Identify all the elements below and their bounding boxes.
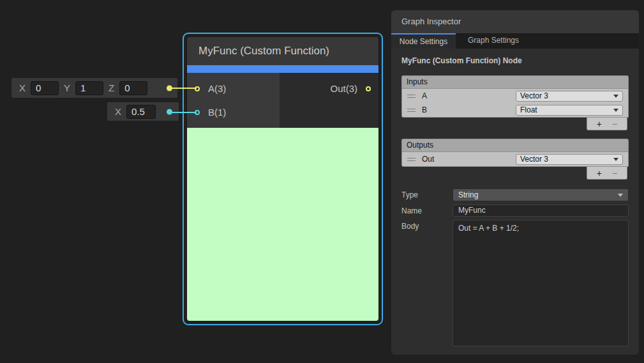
outputs-list-footer: + − bbox=[587, 167, 627, 180]
inspector-title[interactable]: Graph Inspector bbox=[391, 10, 639, 33]
node-input-ports: A(3) B(1) bbox=[187, 73, 280, 128]
outputs-add-button[interactable]: + bbox=[597, 169, 602, 178]
input-a-name: A bbox=[422, 91, 427, 100]
output-out-name: Out bbox=[422, 155, 434, 164]
drag-handle-icon[interactable] bbox=[407, 109, 416, 112]
dropdown-arrow-icon bbox=[618, 194, 623, 197]
input-a-type-value: Vector 3 bbox=[520, 91, 548, 100]
node-selection-outline: MyFunc (Custom Function) A(3) B(1) Out(3… bbox=[183, 33, 383, 325]
input-b-type-dropdown[interactable]: Float bbox=[516, 105, 623, 116]
type-label: Type bbox=[401, 189, 453, 199]
spacer bbox=[401, 130, 629, 139]
vector3-input-widget: X 0 Y 1 Z 0 bbox=[11, 78, 177, 98]
float-x-field[interactable]: 0.5 bbox=[126, 105, 156, 119]
port-out-icon[interactable] bbox=[366, 86, 371, 91]
list-item[interactable]: A Vector 3 bbox=[402, 89, 628, 103]
outputs-list-rows: Out Vector 3 bbox=[401, 151, 629, 167]
outputs-list: Outputs Out Vector 3 + − bbox=[401, 139, 629, 180]
drag-handle-icon[interactable] bbox=[407, 95, 416, 98]
name-field[interactable]: MyFunc bbox=[453, 205, 629, 217]
port-out-label: Out(3) bbox=[330, 83, 357, 94]
inputs-list-header: Inputs bbox=[401, 75, 629, 88]
output-out-type-dropdown[interactable]: Vector 3 bbox=[516, 154, 623, 165]
vector3-z-label: Z bbox=[109, 82, 114, 93]
outputs-list-header: Outputs bbox=[401, 139, 629, 151]
node-category-colorbar bbox=[187, 65, 378, 73]
node-output-ports: Out(3) bbox=[280, 73, 378, 128]
name-property-row: Name MyFunc bbox=[401, 205, 629, 217]
tab-node-settings[interactable]: Node Settings bbox=[391, 33, 456, 49]
inputs-list-footer: + − bbox=[587, 118, 627, 130]
inputs-remove-button[interactable]: − bbox=[612, 120, 617, 128]
edge-wire-float-to-b[interactable] bbox=[167, 112, 197, 113]
inputs-list-rows: A Vector 3 B Float bbox=[401, 88, 629, 118]
body-property-row: Body Out = A + B + 1/2; bbox=[401, 220, 629, 346]
inputs-list: Inputs A Vector 3 B Float bbox=[401, 75, 629, 130]
inputs-list-footer-area: + − bbox=[401, 118, 629, 130]
drag-handle-icon[interactable] bbox=[407, 158, 416, 161]
vector3-x-field[interactable]: 0 bbox=[31, 81, 59, 95]
name-label: Name bbox=[401, 205, 453, 215]
outputs-remove-button[interactable]: − bbox=[612, 169, 617, 178]
input-b-name: B bbox=[422, 105, 427, 114]
input-a-type-dropdown[interactable]: Vector 3 bbox=[516, 91, 623, 102]
dropdown-arrow-icon bbox=[613, 109, 618, 112]
outputs-list-footer-area: + − bbox=[401, 167, 629, 180]
input-b-type-value: Float bbox=[520, 105, 537, 114]
float-x-label: X bbox=[115, 106, 121, 117]
body-label: Body bbox=[401, 220, 453, 231]
list-item[interactable]: Out Vector 3 bbox=[402, 152, 628, 166]
node-preview bbox=[187, 128, 378, 321]
port-b-label: B(1) bbox=[208, 107, 226, 118]
port-row-b: B(1) bbox=[187, 100, 280, 124]
dropdown-arrow-icon bbox=[613, 95, 618, 98]
port-row-a: A(3) bbox=[187, 77, 280, 100]
graph-inspector-panel: Graph Inspector Node Settings Graph Sett… bbox=[391, 10, 639, 355]
body-textarea[interactable]: Out = A + B + 1/2; bbox=[453, 220, 629, 346]
custom-function-node[interactable]: MyFunc (Custom Function) A(3) B(1) Out(3… bbox=[186, 36, 379, 321]
node-settings-heading: MyFunc (Custom Function) Node bbox=[401, 56, 629, 65]
node-ports-area: A(3) B(1) Out(3) bbox=[187, 73, 378, 128]
spacer bbox=[401, 180, 629, 189]
port-row-out: Out(3) bbox=[280, 77, 378, 100]
type-value: String bbox=[458, 190, 478, 199]
inspector-body: MyFunc (Custom Function) Node Inputs A V… bbox=[391, 49, 639, 355]
type-dropdown[interactable]: String bbox=[453, 189, 629, 201]
list-item[interactable]: B Float bbox=[402, 103, 628, 117]
vector3-x-label: X bbox=[19, 82, 26, 93]
inspector-tab-bar: Node Settings Graph Settings bbox=[391, 33, 639, 49]
tab-graph-settings[interactable]: Graph Settings bbox=[456, 33, 531, 49]
port-a-label: A(3) bbox=[208, 83, 226, 94]
node-title[interactable]: MyFunc (Custom Function) bbox=[187, 37, 378, 65]
type-property-row: Type String bbox=[401, 189, 629, 201]
vector3-y-field[interactable]: 1 bbox=[75, 81, 103, 95]
vector3-z-field[interactable]: 0 bbox=[119, 81, 147, 95]
inputs-add-button[interactable]: + bbox=[597, 120, 602, 128]
output-out-type-value: Vector 3 bbox=[520, 155, 548, 164]
edge-wire-vector3-to-a[interactable] bbox=[170, 88, 197, 89]
vector3-y-label: Y bbox=[64, 82, 70, 93]
dropdown-arrow-icon bbox=[613, 158, 618, 161]
